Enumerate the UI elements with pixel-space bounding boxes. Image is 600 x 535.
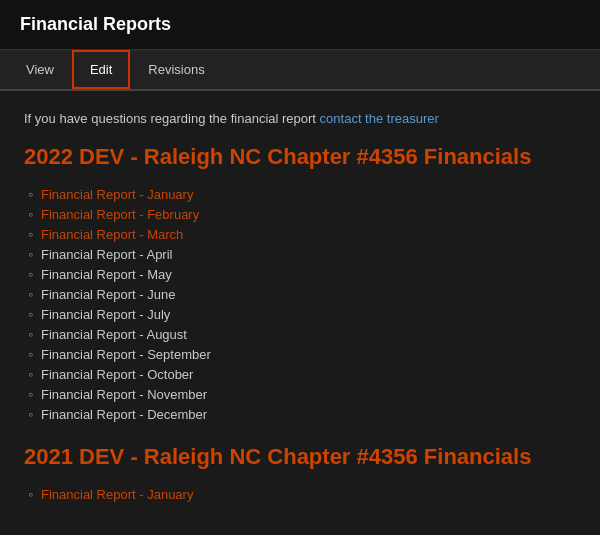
page-header: Financial Reports [0, 0, 600, 50]
report-link[interactable]: Financial Report - February [41, 207, 199, 222]
list-item: Financial Report - September [28, 344, 576, 364]
tab-view[interactable]: View [10, 52, 70, 87]
list-item: Financial Report - October [28, 364, 576, 384]
list-item: Financial Report - February [28, 204, 576, 224]
section-2022-title: 2022 DEV - Raleigh NC Chapter #4356 Fina… [24, 144, 576, 170]
report-list-2022: Financial Report - January Financial Rep… [24, 184, 576, 424]
list-item: Financial Report - August [28, 324, 576, 344]
report-text: Financial Report - June [41, 287, 175, 302]
list-item: Financial Report - December [28, 404, 576, 424]
list-item: Financial Report - June [28, 284, 576, 304]
list-item: Financial Report - March [28, 224, 576, 244]
info-paragraph: If you have questions regarding the fina… [24, 111, 576, 126]
contact-link[interactable]: contact the treasurer [320, 111, 439, 126]
report-list-2021: Financial Report - January [24, 484, 576, 504]
report-text: Financial Report - November [41, 387, 207, 402]
report-text: Financial Report - May [41, 267, 172, 282]
tab-revisions[interactable]: Revisions [132, 52, 220, 87]
section-2021-title: 2021 DEV - Raleigh NC Chapter #4356 Fina… [24, 444, 576, 470]
tab-bar: View Edit Revisions [0, 50, 600, 91]
report-text: Financial Report - October [41, 367, 193, 382]
section-2022: 2022 DEV - Raleigh NC Chapter #4356 Fina… [24, 144, 576, 424]
list-item: Financial Report - November [28, 384, 576, 404]
report-text: Financial Report - August [41, 327, 187, 342]
main-content: If you have questions regarding the fina… [0, 91, 600, 535]
info-text-before: If you have questions regarding the fina… [24, 111, 320, 126]
report-link[interactable]: Financial Report - January [41, 487, 193, 502]
report-link[interactable]: Financial Report - January [41, 187, 193, 202]
list-item: Financial Report - January [28, 184, 576, 204]
report-text: Financial Report - September [41, 347, 211, 362]
tab-edit[interactable]: Edit [72, 50, 130, 89]
report-link[interactable]: Financial Report - March [41, 227, 183, 242]
report-text: Financial Report - April [41, 247, 173, 262]
list-item: Financial Report - January [28, 484, 576, 504]
list-item: Financial Report - April [28, 244, 576, 264]
page-title: Financial Reports [20, 14, 171, 34]
list-item: Financial Report - May [28, 264, 576, 284]
section-2021: 2021 DEV - Raleigh NC Chapter #4356 Fina… [24, 444, 576, 504]
report-text: Financial Report - July [41, 307, 170, 322]
list-item: Financial Report - July [28, 304, 576, 324]
report-text: Financial Report - December [41, 407, 207, 422]
